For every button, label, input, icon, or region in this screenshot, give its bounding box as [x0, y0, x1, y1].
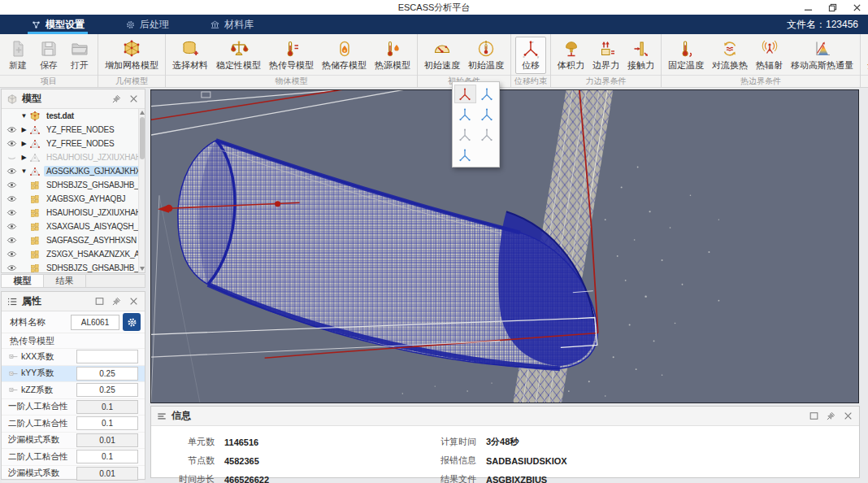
tree-row[interactable]: ▶YZ_FREE_NODES	[2, 123, 138, 137]
toolbar-button-label: 位移	[522, 59, 540, 72]
material-name-input[interactable]	[71, 315, 119, 330]
tree-row[interactable]: ▶YZ_FREE_NODES	[2, 137, 138, 150]
maximize-icon[interactable]	[809, 411, 820, 422]
toolbar-button[interactable]: 保存	[33, 37, 64, 74]
eye-open-icon[interactable]	[7, 124, 17, 135]
toolbar-button[interactable]: 固定温度	[664, 37, 708, 74]
property-input[interactable]	[76, 433, 138, 447]
3d-viewport[interactable]	[150, 89, 859, 403]
minimize-button[interactable]	[801, 2, 814, 13]
pin-icon[interactable]	[826, 411, 837, 422]
toolbar-group: 固定温度对流换热热辐射移动高斯热通量热边界条件	[662, 34, 861, 87]
tree-row[interactable]: HSAUHOISU_JZXIUXHAHX	[2, 206, 138, 220]
tab-tab-post[interactable]: 后处理	[115, 15, 179, 34]
scroll-up-icon[interactable]	[140, 111, 145, 115]
property-input[interactable]	[76, 383, 138, 397]
tree-row[interactable]: SDHSBJZS_GHSABJHB_ZAHU	[2, 178, 138, 192]
scroll-down-icon[interactable]	[140, 267, 145, 271]
property-input[interactable]	[76, 367, 138, 381]
eye-open-icon[interactable]	[7, 138, 17, 149]
eye-open-icon[interactable]	[7, 263, 17, 272]
property-input[interactable]	[76, 450, 138, 463]
toolbar-button[interactable]: 热储存模型	[318, 37, 371, 74]
toolbar-button[interactable]: 边界力	[588, 37, 623, 74]
eye-open-icon[interactable]	[7, 235, 17, 246]
tree-row[interactable]: ▼test.dat	[2, 109, 138, 123]
eye-open-icon[interactable]	[7, 221, 17, 232]
eye-open-icon[interactable]	[7, 249, 17, 259]
model-panel-header: 模型	[2, 89, 145, 109]
toolbar-button[interactable]: 体积力	[553, 37, 588, 74]
eye-closed-icon[interactable]	[7, 152, 17, 163]
close-button[interactable]	[850, 2, 863, 13]
toolbar-button[interactable]: 初始温度	[464, 37, 508, 74]
toolbar-button-label: 初始速度	[424, 59, 460, 72]
eye-open-icon[interactable]	[7, 194, 17, 204]
close-icon[interactable]	[843, 411, 854, 422]
constraint-xyz-6[interactable]	[454, 146, 476, 164]
tree-row[interactable]: ▶HSAUHOISU_JZXIUXHAHX	[2, 150, 138, 164]
property-input[interactable]	[76, 416, 138, 430]
constraint-xyz-all[interactable]	[454, 85, 476, 103]
expander-icon[interactable]: ▼	[20, 112, 28, 120]
toolbar-button[interactable]: 新建	[2, 37, 33, 74]
toolbar-button[interactable]: 热辐射	[752, 37, 787, 74]
property-input[interactable]	[76, 400, 138, 414]
tree-item-label: YZ_FREE_NODES	[44, 124, 117, 135]
toolbar-button[interactable]: 接触力	[623, 37, 658, 74]
info-label: 单元数	[151, 436, 215, 448]
close-icon[interactable]	[128, 296, 140, 307]
property-label: 二阶人工粘合性	[8, 451, 76, 463]
expander-icon[interactable]: ▶	[20, 140, 28, 147]
tree-scrollbar[interactable]	[138, 109, 145, 272]
tree-row[interactable]: XSAXGAUS_AISYAQSH_ASHX	[2, 220, 138, 233]
material-settings-button[interactable]	[123, 313, 141, 331]
tree-row[interactable]: SAGFASGZ_ASYHHXSN	[2, 233, 138, 247]
expander-icon[interactable]: ▶	[20, 126, 28, 133]
property-input[interactable]	[76, 350, 138, 363]
toolbar-button[interactable]: 全局设置	[863, 37, 868, 74]
tree-row[interactable]: ▼AGSGKJKG_GJHXAJKHXA	[2, 164, 138, 178]
panel-tab[interactable]: 模型	[2, 275, 44, 287]
scrollbar-thumb[interactable]	[140, 117, 145, 159]
eye-open-icon[interactable]	[7, 166, 17, 176]
tree-row[interactable]: XAGBSXG_AYHAQBJ	[2, 192, 138, 206]
tab-model-icon	[31, 20, 41, 30]
toolbar-button[interactable]: 热源模型	[371, 37, 414, 74]
pin-icon[interactable]	[111, 94, 123, 105]
tree-row[interactable]: SDHSBJZS_GHSABJHB_ZAHU	[2, 261, 138, 272]
properties-panel-header: 属性	[2, 292, 145, 311]
close-icon[interactable]	[128, 94, 140, 105]
toolbar-button[interactable]: 热传导模型	[265, 37, 318, 74]
info-label: 结果文件	[379, 473, 476, 483]
eye-open-icon[interactable]	[7, 207, 17, 218]
constraint-xyz-1[interactable]	[476, 85, 498, 103]
toolbar-button[interactable]: 移动高斯热通量	[787, 37, 857, 74]
panel-tab[interactable]: 结果	[44, 275, 86, 287]
eye-open-icon[interactable]	[7, 180, 17, 190]
expander-icon[interactable]: ▶	[20, 154, 28, 161]
grid-icon	[29, 207, 41, 219]
constraint-xyz-3[interactable]	[476, 105, 498, 124]
tree-row[interactable]: ZSXGX_HSAKAZNZXK_AHASX	[2, 247, 138, 261]
toolbar-button[interactable]: 增加网格模型	[101, 37, 163, 74]
grid-icon	[29, 194, 41, 205]
toolbar-button[interactable]: 选择材料	[168, 37, 212, 74]
constraint-xyz-4[interactable]	[454, 125, 476, 144]
toolbar-button[interactable]: zxy位移	[515, 37, 546, 74]
constraint-xyz-5[interactable]	[476, 125, 498, 144]
tab-tab-material[interactable]: 材料库	[200, 15, 263, 34]
toolbar-button[interactable]: 对流换热	[708, 37, 752, 74]
toolbar-group-label: 全局参数	[861, 75, 868, 87]
constraint-xyz-2[interactable]	[454, 105, 476, 124]
material-name-row: 材料名称	[2, 311, 145, 333]
restore-button[interactable]	[826, 2, 839, 13]
pin-icon[interactable]	[111, 296, 123, 307]
maximize-icon[interactable]	[94, 296, 106, 307]
toolbar-button[interactable]: 稳定性模型	[212, 37, 265, 74]
property-input[interactable]	[76, 467, 138, 481]
toolbar-button[interactable]: 初始速度	[420, 37, 464, 74]
tab-tab-model[interactable]: 模型设置	[21, 15, 94, 34]
toolbar-button[interactable]: 打开	[64, 37, 95, 74]
expander-icon[interactable]: ▼	[20, 168, 28, 175]
